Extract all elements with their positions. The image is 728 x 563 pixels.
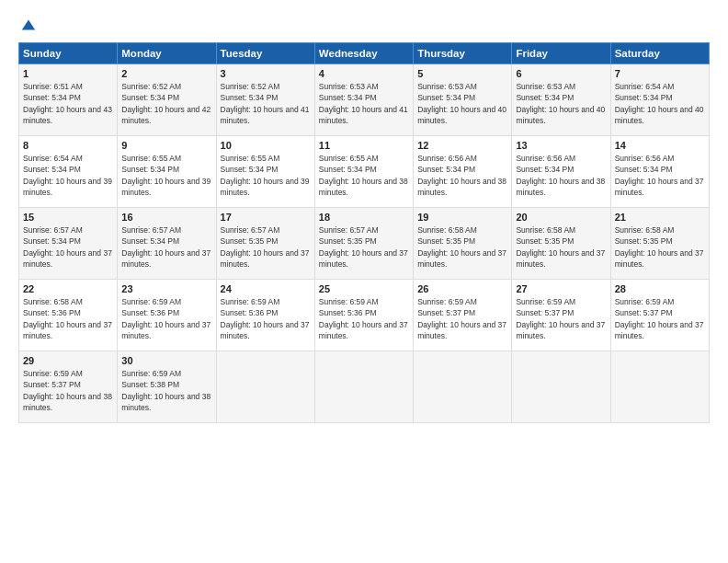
day-info: Sunrise: 6:58 AMSunset: 5:35 PMDaylight:…	[417, 225, 506, 269]
calendar-cell: 7Sunrise: 6:54 AMSunset: 5:34 PMDaylight…	[610, 64, 709, 136]
day-info: Sunrise: 6:55 AMSunset: 5:34 PMDaylight:…	[319, 154, 408, 197]
day-info: Sunrise: 6:56 AMSunset: 5:34 PMDaylight:…	[417, 154, 506, 197]
weekday-header: Sunday	[19, 43, 118, 64]
weekday-header: Tuesday	[216, 43, 314, 64]
calendar-cell	[512, 351, 610, 423]
calendar-week-row: 29Sunrise: 6:59 AMSunset: 5:37 PMDayligh…	[19, 351, 710, 423]
day-number: 6	[516, 68, 606, 79]
day-info: Sunrise: 6:57 AMSunset: 5:34 PMDaylight:…	[121, 225, 210, 269]
calendar-cell: 28Sunrise: 6:59 AMSunset: 5:37 PMDayligh…	[610, 280, 709, 351]
day-number: 17	[221, 212, 311, 223]
calendar-cell: 19Sunrise: 6:58 AMSunset: 5:35 PMDayligh…	[414, 208, 512, 280]
day-number: 12	[417, 140, 507, 151]
day-info: Sunrise: 6:55 AMSunset: 5:34 PMDaylight:…	[121, 154, 210, 197]
calendar-cell: 15Sunrise: 6:57 AMSunset: 5:34 PMDayligh…	[19, 208, 118, 280]
weekday-header: Wednesday	[314, 43, 413, 64]
calendar-cell: 13Sunrise: 6:56 AMSunset: 5:34 PMDayligh…	[512, 136, 610, 208]
day-info: Sunrise: 6:59 AMSunset: 5:36 PMDaylight:…	[121, 297, 210, 340]
day-info: Sunrise: 6:51 AMSunset: 5:34 PMDaylight:…	[23, 82, 112, 125]
calendar-cell: 23Sunrise: 6:59 AMSunset: 5:36 PMDayligh…	[118, 280, 216, 351]
calendar-header-row: SundayMondayTuesdayWednesdayThursdayFrid…	[19, 43, 710, 64]
logo	[18, 17, 37, 33]
day-number: 20	[516, 212, 606, 223]
day-number: 22	[23, 283, 113, 294]
day-info: Sunrise: 6:59 AMSunset: 5:37 PMDaylight:…	[417, 297, 506, 340]
calendar-cell: 11Sunrise: 6:55 AMSunset: 5:34 PMDayligh…	[314, 136, 413, 208]
day-number: 25	[319, 283, 409, 294]
day-number: 1	[23, 68, 113, 79]
calendar-cell: 6Sunrise: 6:53 AMSunset: 5:34 PMDaylight…	[512, 64, 610, 136]
day-info: Sunrise: 6:56 AMSunset: 5:34 PMDaylight:…	[615, 154, 704, 197]
day-info: Sunrise: 6:53 AMSunset: 5:34 PMDaylight:…	[516, 82, 605, 125]
day-info: Sunrise: 6:52 AMSunset: 5:34 PMDaylight:…	[221, 82, 310, 125]
calendar-body: 1Sunrise: 6:51 AMSunset: 5:34 PMDaylight…	[19, 64, 710, 423]
svg-marker-0	[22, 20, 35, 30]
calendar-week-row: 15Sunrise: 6:57 AMSunset: 5:34 PMDayligh…	[19, 208, 710, 280]
calendar-cell: 22Sunrise: 6:58 AMSunset: 5:36 PMDayligh…	[19, 280, 118, 351]
page-header	[18, 17, 710, 33]
weekday-header: Monday	[118, 43, 216, 64]
calendar-cell: 29Sunrise: 6:59 AMSunset: 5:37 PMDayligh…	[19, 351, 118, 423]
calendar-cell: 30Sunrise: 6:59 AMSunset: 5:38 PMDayligh…	[118, 351, 216, 423]
calendar-cell	[610, 351, 709, 423]
calendar-cell: 20Sunrise: 6:58 AMSunset: 5:35 PMDayligh…	[512, 208, 610, 280]
weekday-header: Friday	[512, 43, 610, 64]
day-number: 14	[615, 140, 705, 151]
calendar-cell: 27Sunrise: 6:59 AMSunset: 5:37 PMDayligh…	[512, 280, 610, 351]
day-number: 26	[417, 283, 507, 294]
calendar-cell: 24Sunrise: 6:59 AMSunset: 5:36 PMDayligh…	[216, 280, 314, 351]
day-info: Sunrise: 6:53 AMSunset: 5:34 PMDaylight:…	[319, 82, 408, 125]
day-number: 11	[319, 140, 409, 151]
day-number: 23	[121, 283, 211, 294]
day-info: Sunrise: 6:54 AMSunset: 5:34 PMDaylight:…	[23, 154, 112, 197]
day-number: 5	[417, 68, 507, 79]
day-number: 29	[23, 355, 113, 366]
day-info: Sunrise: 6:57 AMSunset: 5:34 PMDaylight:…	[23, 225, 112, 269]
calendar-week-row: 1Sunrise: 6:51 AMSunset: 5:34 PMDaylight…	[19, 64, 710, 136]
calendar-cell: 26Sunrise: 6:59 AMSunset: 5:37 PMDayligh…	[414, 280, 512, 351]
calendar-cell: 12Sunrise: 6:56 AMSunset: 5:34 PMDayligh…	[414, 136, 512, 208]
calendar-week-row: 8Sunrise: 6:54 AMSunset: 5:34 PMDaylight…	[19, 136, 710, 208]
calendar-week-row: 22Sunrise: 6:58 AMSunset: 5:36 PMDayligh…	[19, 280, 710, 351]
day-number: 4	[319, 68, 409, 79]
day-info: Sunrise: 6:59 AMSunset: 5:37 PMDaylight:…	[615, 297, 704, 340]
day-info: Sunrise: 6:59 AMSunset: 5:36 PMDaylight:…	[319, 297, 408, 340]
day-info: Sunrise: 6:57 AMSunset: 5:35 PMDaylight:…	[221, 225, 310, 269]
calendar-cell: 10Sunrise: 6:55 AMSunset: 5:34 PMDayligh…	[216, 136, 314, 208]
day-number: 2	[121, 68, 211, 79]
day-number: 9	[121, 140, 211, 151]
day-number: 13	[516, 140, 606, 151]
day-number: 30	[121, 355, 211, 366]
day-info: Sunrise: 6:58 AMSunset: 5:36 PMDaylight:…	[23, 297, 112, 340]
calendar-cell: 4Sunrise: 6:53 AMSunset: 5:34 PMDaylight…	[314, 64, 413, 136]
day-number: 19	[417, 212, 507, 223]
weekday-header: Saturday	[610, 43, 709, 64]
calendar-cell: 3Sunrise: 6:52 AMSunset: 5:34 PMDaylight…	[216, 64, 314, 136]
day-info: Sunrise: 6:58 AMSunset: 5:35 PMDaylight:…	[615, 225, 704, 269]
calendar-cell: 17Sunrise: 6:57 AMSunset: 5:35 PMDayligh…	[216, 208, 314, 280]
day-info: Sunrise: 6:59 AMSunset: 5:37 PMDaylight:…	[23, 369, 112, 412]
day-info: Sunrise: 6:56 AMSunset: 5:34 PMDaylight:…	[516, 154, 605, 197]
day-info: Sunrise: 6:54 AMSunset: 5:34 PMDaylight:…	[615, 82, 704, 125]
day-number: 7	[615, 68, 705, 79]
day-number: 28	[615, 283, 705, 294]
day-number: 24	[221, 283, 311, 294]
day-info: Sunrise: 6:58 AMSunset: 5:35 PMDaylight:…	[516, 225, 605, 269]
day-info: Sunrise: 6:55 AMSunset: 5:34 PMDaylight:…	[221, 154, 310, 197]
day-info: Sunrise: 6:53 AMSunset: 5:34 PMDaylight:…	[417, 82, 506, 125]
calendar-cell: 18Sunrise: 6:57 AMSunset: 5:35 PMDayligh…	[314, 208, 413, 280]
calendar-cell: 9Sunrise: 6:55 AMSunset: 5:34 PMDaylight…	[118, 136, 216, 208]
calendar-cell	[314, 351, 413, 423]
calendar-cell: 21Sunrise: 6:58 AMSunset: 5:35 PMDayligh…	[610, 208, 709, 280]
day-number: 8	[23, 140, 113, 151]
weekday-header: Thursday	[414, 43, 512, 64]
day-number: 10	[221, 140, 311, 151]
day-number: 21	[615, 212, 705, 223]
calendar-cell: 14Sunrise: 6:56 AMSunset: 5:34 PMDayligh…	[610, 136, 709, 208]
calendar-cell	[216, 351, 314, 423]
day-info: Sunrise: 6:52 AMSunset: 5:34 PMDaylight:…	[121, 82, 210, 125]
calendar-table: SundayMondayTuesdayWednesdayThursdayFrid…	[18, 42, 710, 423]
calendar-cell: 2Sunrise: 6:52 AMSunset: 5:34 PMDaylight…	[118, 64, 216, 136]
day-info: Sunrise: 6:59 AMSunset: 5:36 PMDaylight:…	[221, 297, 310, 340]
calendar-cell: 1Sunrise: 6:51 AMSunset: 5:34 PMDaylight…	[19, 64, 118, 136]
